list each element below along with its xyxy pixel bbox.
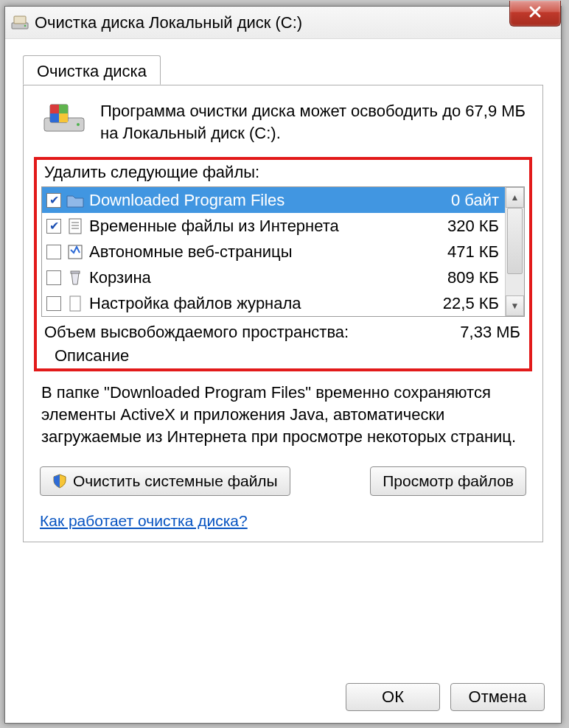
list-item[interactable]: ✔ Временные файлы из Интернета 320 КБ xyxy=(42,213,505,239)
scroll-down-button[interactable]: ▼ xyxy=(506,295,524,316)
summary-text: Программа очистки диска может освободить… xyxy=(100,100,526,144)
svg-rect-6 xyxy=(50,105,59,113)
help-link[interactable]: Как работает очистка диска? xyxy=(40,512,248,529)
close-icon xyxy=(528,5,542,22)
help-link-row: Как работает очистка диска? xyxy=(40,508,526,530)
svg-rect-7 xyxy=(59,105,68,113)
description-heading: Описание xyxy=(55,346,525,365)
drive-cleanup-icon xyxy=(40,100,87,136)
file-name: Downloaded Program Files xyxy=(89,191,442,210)
list-item[interactable]: Корзина 809 КБ xyxy=(42,265,505,290)
drive-icon xyxy=(11,15,29,30)
svg-point-2 xyxy=(24,24,27,27)
file-rows: ✔ Downloaded Program Files 0 байт ✔ xyxy=(42,187,505,316)
highlight-box: Удалить следующие файлы: ✔ Downloaded Pr… xyxy=(34,157,532,371)
file-size: 471 КБ xyxy=(439,242,499,262)
checkbox[interactable]: ✔ xyxy=(46,193,61,208)
checkbox[interactable] xyxy=(46,296,61,311)
scroll-up-button[interactable]: ▲ xyxy=(506,187,524,208)
file-icon xyxy=(66,294,85,313)
description-text: В папке "Downloaded Program Files" време… xyxy=(40,379,526,462)
checkbox[interactable] xyxy=(46,245,61,259)
list-item[interactable]: Настройка файлов журнала 22,5 КБ xyxy=(42,290,505,316)
file-size: 320 КБ xyxy=(439,217,499,236)
svg-rect-1 xyxy=(14,16,26,24)
scrollbar[interactable]: ▲ ▼ xyxy=(505,187,524,316)
total-row: Объем высвобождаемого пространства: 7,33… xyxy=(41,317,525,345)
view-files-button[interactable]: Просмотр файлов xyxy=(370,466,526,496)
file-name: Настройка файлов журнала xyxy=(89,294,434,313)
list-item[interactable]: Автономные веб-страницы 471 КБ xyxy=(42,239,505,265)
summary-row: Программа очистки диска может освободить… xyxy=(40,100,526,144)
cancel-button[interactable]: Отмена xyxy=(450,683,545,711)
clean-system-label: Очистить системные файлы xyxy=(73,472,278,490)
tab-cleanup[interactable]: Очистка диска xyxy=(23,55,161,85)
svg-point-4 xyxy=(77,123,80,126)
file-size: 809 КБ xyxy=(439,268,499,287)
footer-buttons: ОК Отмена xyxy=(346,683,545,711)
file-size: 0 байт xyxy=(442,191,499,210)
svg-rect-16 xyxy=(70,296,80,311)
content-area: Очистка диска Программа очистки дис xyxy=(5,39,561,551)
view-files-label: Просмотр файлов xyxy=(383,472,514,490)
ok-button[interactable]: ОК xyxy=(346,683,440,711)
scroll-track[interactable] xyxy=(506,208,524,295)
list-item[interactable]: ✔ Downloaded Program Files 0 байт xyxy=(42,187,505,213)
titlebar-left: Очистка диска Локальный диск (C:) xyxy=(5,13,302,32)
file-size: 22,5 КБ xyxy=(434,294,499,313)
svg-rect-15 xyxy=(71,271,80,273)
clean-system-files-button[interactable]: Очистить системные файлы xyxy=(40,466,290,496)
disk-cleanup-window: Очистка диска Локальный диск (C:) Очистк… xyxy=(4,6,562,724)
page-icon xyxy=(66,217,85,236)
tab-panel: Программа очистки диска может освободить… xyxy=(23,85,543,542)
close-button[interactable] xyxy=(509,1,561,27)
svg-rect-9 xyxy=(59,113,68,122)
total-value: 7,33 МБ xyxy=(460,323,520,342)
tab-label: Очистка диска xyxy=(37,62,147,80)
svg-rect-8 xyxy=(50,113,59,122)
total-label: Объем высвобождаемого пространства: xyxy=(44,323,349,342)
tab-strip: Очистка диска xyxy=(23,55,543,85)
web-icon xyxy=(66,242,85,262)
file-name: Корзина xyxy=(89,268,439,287)
folder-icon xyxy=(66,191,85,210)
scroll-thumb[interactable] xyxy=(507,208,523,274)
titlebar: Очистка диска Локальный диск (C:) xyxy=(5,7,561,39)
checkbox[interactable]: ✔ xyxy=(46,219,61,234)
bin-icon xyxy=(66,268,85,287)
file-name: Автономные веб-страницы xyxy=(89,242,439,262)
shield-icon xyxy=(52,474,67,489)
window-title: Очистка диска Локальный диск (C:) xyxy=(35,13,302,32)
file-name: Временные файлы из Интернета xyxy=(89,217,439,236)
checkbox[interactable] xyxy=(46,270,61,285)
file-list: ✔ Downloaded Program Files 0 байт ✔ xyxy=(41,186,525,317)
files-heading: Удалить следующие файлы: xyxy=(44,163,525,182)
svg-rect-10 xyxy=(69,219,81,234)
action-row: Очистить системные файлы Просмотр файлов xyxy=(40,462,526,508)
